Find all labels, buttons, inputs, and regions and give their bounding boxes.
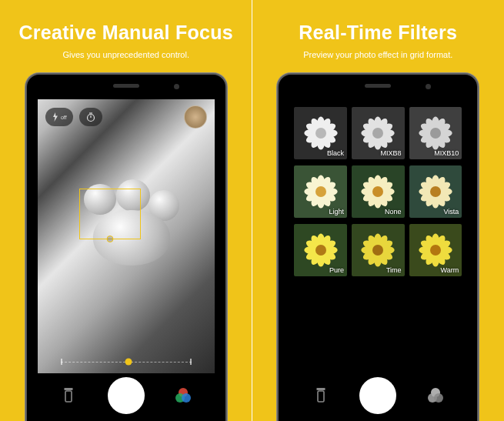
filter-label: Vista	[443, 208, 459, 216]
viewfinder-top-controls: off	[45, 105, 207, 129]
filter-label: None	[385, 208, 402, 216]
promo-panel-left: Creative Manual Focus Gives you unpreced…	[0, 0, 252, 421]
svg-rect-2	[65, 388, 73, 390]
mode-switch-button[interactable]	[57, 384, 80, 407]
phone-mockup: off	[25, 73, 227, 421]
focus-slider[interactable]	[61, 361, 192, 363]
phone-screen: off	[38, 99, 215, 421]
filter-label: Pure	[329, 266, 344, 274]
promo-panel-right: Real-Time Filters Preview your photo eff…	[252, 0, 505, 421]
flash-icon	[52, 112, 59, 122]
panel-subtitle: Preview your photo effect in grid format…	[303, 50, 452, 59]
timer-toggle[interactable]	[79, 108, 102, 126]
camera-bottom-bar	[289, 373, 466, 421]
phone-earpiece	[365, 84, 391, 88]
panel-subtitle: Gives you unprecedented control.	[63, 50, 190, 59]
filter-label: Black	[327, 149, 344, 157]
shutter-button[interactable]	[108, 377, 145, 414]
svg-point-10	[434, 393, 443, 403]
focus-handle[interactable]	[106, 236, 113, 242]
flash-label: off	[61, 115, 67, 120]
filter-item[interactable]: MIXB10	[409, 107, 462, 159]
filter-item[interactable]: Pure	[294, 224, 347, 276]
shutter-button[interactable]	[359, 377, 396, 414]
filter-grid-area: BlackMIXB8MIXB10LightNoneVistaPureTimeWa…	[289, 99, 466, 373]
focus-slider-handle[interactable]	[125, 359, 132, 366]
timer-icon	[85, 112, 96, 122]
filter-item[interactable]: Warm	[409, 224, 462, 276]
phone-sensor	[426, 84, 431, 89]
filter-item[interactable]: Vista	[409, 165, 462, 218]
gallery-thumbnail[interactable]	[184, 105, 207, 129]
filter-label: Time	[386, 266, 402, 274]
panel-title: Real-Time Filters	[299, 22, 457, 44]
filter-item[interactable]: Black	[294, 107, 347, 159]
camera-bottom-bar	[38, 373, 215, 421]
svg-rect-7	[316, 388, 325, 390]
focus-indicator[interactable]	[79, 189, 141, 239]
panel-title: Creative Manual Focus	[18, 22, 233, 44]
phone-screen: BlackMIXB8MIXB10LightNoneVistaPureTimeWa…	[289, 99, 466, 421]
filter-label: Light	[329, 208, 344, 216]
filters-button[interactable]	[172, 384, 195, 407]
svg-rect-1	[65, 391, 72, 402]
mode-switch-button[interactable]	[309, 384, 332, 407]
svg-rect-6	[318, 391, 324, 402]
phone-earpiece	[113, 84, 139, 88]
rgb-filters-icon	[173, 386, 193, 406]
mode-switch-icon	[60, 386, 77, 405]
phone-mockup: BlackMIXB8MIXB10LightNoneVistaPureTimeWa…	[277, 73, 479, 421]
svg-point-5	[182, 393, 191, 403]
filter-item[interactable]: Time	[352, 224, 405, 276]
mode-switch-icon	[312, 386, 329, 405]
filter-item[interactable]: MIXB8	[352, 107, 405, 159]
phone-sensor	[174, 84, 179, 89]
filter-label: MIXB10	[434, 149, 459, 157]
filter-item[interactable]: Light	[294, 165, 347, 218]
filter-label: MIXB8	[381, 149, 402, 157]
camera-viewfinder: off	[38, 99, 215, 373]
filter-grid: BlackMIXB8MIXB10LightNoneVistaPureTimeWa…	[294, 107, 462, 276]
venn-filters-icon	[426, 386, 446, 406]
filter-item[interactable]: None	[352, 165, 405, 218]
flash-toggle[interactable]: off	[45, 108, 73, 126]
filters-button[interactable]	[424, 384, 447, 407]
filter-label: Warm	[441, 266, 459, 274]
